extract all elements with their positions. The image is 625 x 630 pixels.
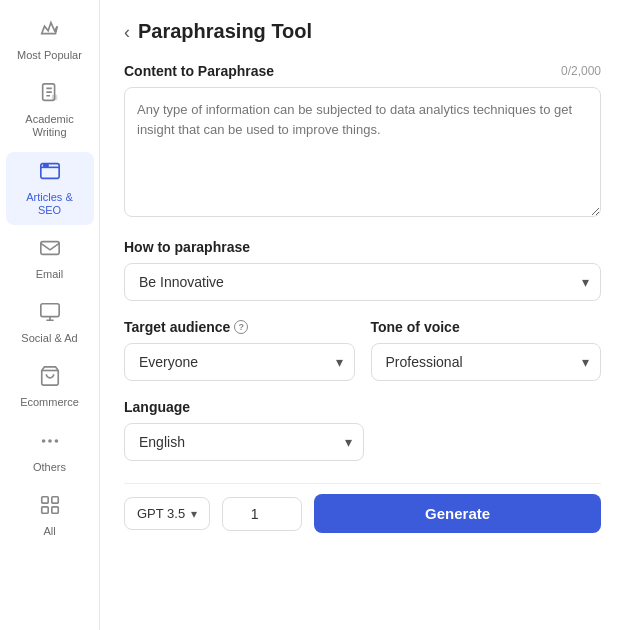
svg-point-3 <box>43 164 45 166</box>
grid-icon <box>39 494 61 521</box>
svg-rect-12 <box>51 496 57 502</box>
tone-of-voice-dropdown-wrapper: Professional Casual Formal Friendly ▾ <box>371 343 602 381</box>
monitor-icon <box>39 301 61 328</box>
sidebar-item-ecommerce[interactable]: Ecommerce <box>6 357 94 417</box>
page-title: Paraphrasing Tool <box>138 20 312 43</box>
sidebar-item-most-popular[interactable]: Most Popular <box>6 10 94 70</box>
back-button[interactable]: ‹ <box>124 23 130 41</box>
sidebar-item-articles-seo-label: Articles & SEO <box>16 191 84 217</box>
envelope-icon <box>39 237 61 264</box>
sidebar: Most Popular Academic Writing Articles &… <box>0 0 100 630</box>
header: ‹ Paraphrasing Tool <box>124 20 601 43</box>
char-count: 0/2,000 <box>561 64 601 78</box>
sidebar-item-others[interactable]: Others <box>6 422 94 482</box>
paraphrase-label: How to paraphrase <box>124 239 601 255</box>
count-input[interactable] <box>222 497 302 531</box>
svg-point-9 <box>48 439 52 443</box>
svg-point-10 <box>54 439 58 443</box>
doc-icon <box>39 82 61 109</box>
sidebar-item-articles-seo[interactable]: Articles & SEO <box>6 152 94 225</box>
svg-rect-11 <box>41 496 47 502</box>
sidebar-item-academic-writing-label: Academic Writing <box>16 113 84 139</box>
paraphrase-select[interactable]: Be Innovative Standard Fluency Creative … <box>124 263 601 301</box>
generate-button[interactable]: Generate <box>314 494 601 533</box>
svg-rect-5 <box>40 242 58 255</box>
cart-icon <box>39 365 61 392</box>
target-audience-dropdown-wrapper: Everyone Students Professionals Academic… <box>124 343 355 381</box>
sidebar-item-social-ad-label: Social & Ad <box>21 332 77 345</box>
content-section-label: Content to Paraphrase <box>124 63 274 79</box>
sidebar-item-all[interactable]: All <box>6 486 94 546</box>
target-audience-label: Target audience ? <box>124 319 355 335</box>
paraphrase-section: How to paraphrase Be Innovative Standard… <box>124 239 601 301</box>
language-label: Language <box>124 399 601 415</box>
sidebar-item-all-label: All <box>43 525 55 538</box>
svg-rect-13 <box>41 507 47 513</box>
language-section: Language English Spanish French German I… <box>124 399 601 461</box>
target-audience-select[interactable]: Everyone Students Professionals Academic… <box>124 343 355 381</box>
footer-bar: GPT 3.5 ▾ Generate <box>124 483 601 533</box>
dots-icon <box>39 430 61 457</box>
sidebar-item-email-label: Email <box>36 268 64 281</box>
audience-tone-row: Target audience ? Everyone Students Prof… <box>124 319 601 381</box>
sidebar-item-ecommerce-label: Ecommerce <box>20 396 79 409</box>
content-textarea[interactable] <box>124 87 601 217</box>
tone-of-voice-select[interactable]: Professional Casual Formal Friendly <box>371 343 602 381</box>
content-section: Content to Paraphrase 0/2,000 <box>124 63 601 221</box>
language-select[interactable]: English Spanish French German Italian <box>124 423 364 461</box>
tone-of-voice-label: Tone of voice <box>371 319 602 335</box>
sidebar-item-email[interactable]: Email <box>6 229 94 289</box>
content-section-header: Content to Paraphrase 0/2,000 <box>124 63 601 79</box>
sidebar-item-others-label: Others <box>33 461 66 474</box>
gpt-selector[interactable]: GPT 3.5 ▾ <box>124 497 210 530</box>
main-content: ‹ Paraphrasing Tool Content to Paraphras… <box>100 0 625 630</box>
language-dropdown-wrapper: English Spanish French German Italian ▾ <box>124 423 364 461</box>
tone-of-voice-group: Tone of voice Professional Casual Formal… <box>371 319 602 381</box>
svg-rect-1 <box>51 95 57 101</box>
svg-rect-6 <box>40 304 58 317</box>
target-audience-group: Target audience ? Everyone Students Prof… <box>124 319 355 381</box>
crown-icon <box>39 18 61 45</box>
gpt-label: GPT 3.5 <box>137 506 185 521</box>
paraphrase-dropdown-wrapper: Be Innovative Standard Fluency Creative … <box>124 263 601 301</box>
sidebar-item-most-popular-label: Most Popular <box>17 49 82 62</box>
sidebar-item-social-ad[interactable]: Social & Ad <box>6 293 94 353</box>
svg-point-8 <box>41 439 45 443</box>
svg-rect-14 <box>51 507 57 513</box>
svg-point-4 <box>46 164 48 166</box>
browser-icon <box>39 160 61 187</box>
gpt-chevron-icon: ▾ <box>191 507 197 521</box>
sidebar-item-academic-writing[interactable]: Academic Writing <box>6 74 94 147</box>
target-audience-help-icon[interactable]: ? <box>234 320 248 334</box>
